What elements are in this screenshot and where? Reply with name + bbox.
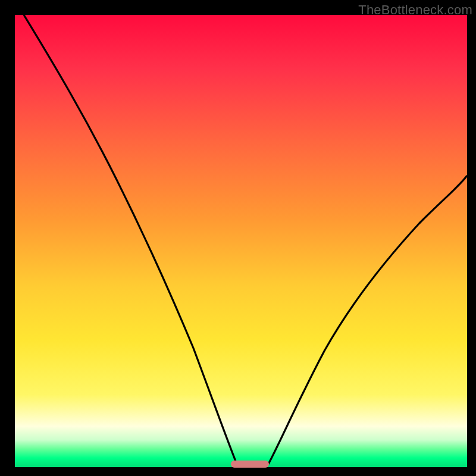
right-curve <box>268 176 467 464</box>
plot-area <box>15 15 467 467</box>
chart-container: TheBottleneck.com <box>0 0 476 476</box>
left-curve <box>24 15 237 464</box>
bottleneck-curves <box>15 15 467 467</box>
optimal-range-marker <box>231 461 269 468</box>
